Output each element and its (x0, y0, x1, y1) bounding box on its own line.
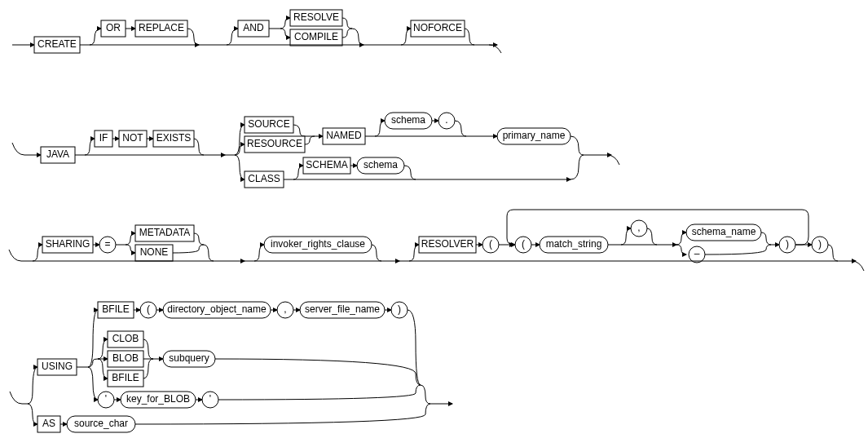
syntax-diagram: CREATE OR REPLACE AND RESOLVE COMPILE NO… (8, 8, 868, 447)
subquery-text: subquery (169, 352, 209, 364)
exists-text: EXISTS (156, 132, 192, 144)
resolver-text: RESOLVER (421, 238, 474, 250)
invoker-rights-text: invoker_rights_clause (271, 238, 365, 250)
if-text: IF (99, 132, 108, 144)
bfile2-text: BFILE (112, 372, 139, 383)
comma-text: , (637, 222, 640, 233)
rparen-text: ) (786, 238, 789, 250)
compile-text: COMPILE (294, 31, 338, 42)
source-char-text: source_char (74, 418, 128, 429)
clob-text: CLOB (112, 333, 139, 344)
create-text: CREATE (37, 38, 77, 50)
or-text: OR (106, 22, 121, 33)
and-text: AND (243, 22, 264, 33)
none-text: NONE (140, 246, 169, 258)
source-text: SOURCE (248, 118, 289, 130)
comma2-text: , (284, 303, 286, 315)
sharing-text: SHARING (46, 238, 90, 250)
metadata-text: METADATA (139, 227, 191, 238)
not-text: NOT (122, 132, 143, 144)
server-file-text: server_file_name (305, 303, 380, 315)
as-text: AS (42, 418, 55, 429)
blob-text: BLOB (112, 352, 139, 364)
schema-text: schema (391, 114, 425, 126)
using-text: USING (42, 361, 73, 372)
resource-text: RESOURCE (247, 138, 302, 149)
rparen3-text: ) (398, 303, 401, 315)
schema-name-text: schema_name (692, 226, 756, 237)
rparen2-text: ) (818, 238, 822, 250)
noforce-text: NOFORCE (413, 22, 462, 33)
dot-text: . (445, 114, 447, 126)
lparen2-text: ( (522, 238, 525, 250)
resolve-text: RESOLVE (293, 11, 339, 23)
named-text: NAMED (326, 130, 362, 141)
sq1-text: ' (105, 393, 107, 405)
equals-text: = (104, 238, 110, 250)
dash-text: – (694, 248, 700, 259)
primary-name-text: primary_name (503, 130, 566, 141)
directory-object-text: directory_object_name (167, 303, 267, 315)
class-text: CLASS (248, 173, 280, 184)
key-for-blob-text: key_for_BLOB (126, 393, 190, 405)
schema2-text: schema (364, 159, 398, 170)
java-text: JAVA (46, 148, 69, 160)
schema-kw-text: SCHEMA (306, 159, 347, 170)
bfile-text: BFILE (102, 303, 129, 315)
sq2-text: ' (209, 393, 211, 405)
lparen3-text: ( (147, 303, 150, 315)
match-string-text: match_string (546, 238, 602, 250)
lparen-text: ( (489, 238, 492, 250)
replace-text: REPLACE (139, 22, 184, 33)
